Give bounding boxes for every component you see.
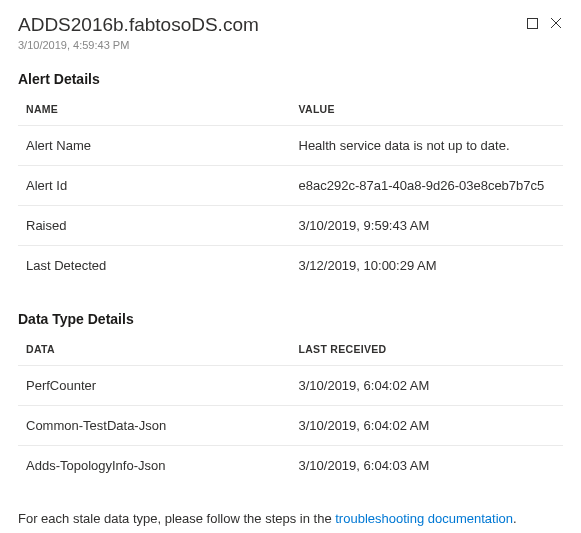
close-icon	[550, 17, 562, 29]
troubleshooting-link[interactable]: troubleshooting documentation	[335, 511, 513, 526]
footer-text-suffix: .	[513, 511, 517, 526]
cell-last-received: 3/10/2019, 6:04:02 AM	[291, 365, 564, 405]
table-row: Alert Id e8ac292c-87a1-40a8-9d26-03e8ceb…	[18, 165, 563, 205]
data-type-details-table: DATA LAST RECEIVED PerfCounter 3/10/2019…	[18, 333, 563, 485]
svg-rect-0	[527, 18, 537, 28]
data-type-details-section: Data Type Details DATA LAST RECEIVED Per…	[18, 311, 563, 485]
restore-icon	[527, 18, 538, 29]
cell-value: 3/12/2019, 10:00:29 AM	[291, 245, 564, 285]
cell-name: Alert Id	[18, 165, 291, 205]
column-header-data: DATA	[18, 333, 291, 366]
cell-name: Last Detected	[18, 245, 291, 285]
table-row: Adds-TopologyInfo-Json 3/10/2019, 6:04:0…	[18, 445, 563, 485]
alert-panel: ADDS2016b.fabtosoDS.com 3/10/2019, 4:59:…	[0, 0, 581, 533]
table-row: Raised 3/10/2019, 9:59:43 AM	[18, 205, 563, 245]
column-header-value: VALUE	[291, 93, 564, 126]
restore-button[interactable]	[525, 16, 539, 30]
close-button[interactable]	[549, 16, 563, 30]
alert-details-heading: Alert Details	[18, 71, 563, 87]
panel-timestamp: 3/10/2019, 4:59:43 PM	[18, 39, 563, 51]
cell-value: 3/10/2019, 9:59:43 AM	[291, 205, 564, 245]
cell-data: PerfCounter	[18, 365, 291, 405]
table-row: Last Detected 3/12/2019, 10:00:29 AM	[18, 245, 563, 285]
cell-name: Raised	[18, 205, 291, 245]
window-controls	[525, 16, 563, 30]
footer-note: For each stale data type, please follow …	[18, 511, 563, 526]
cell-last-received: 3/10/2019, 6:04:02 AM	[291, 405, 564, 445]
cell-data: Common-TestData-Json	[18, 405, 291, 445]
cell-data: Adds-TopologyInfo-Json	[18, 445, 291, 485]
cell-value: Health service data is not up to date.	[291, 125, 564, 165]
table-row: Common-TestData-Json 3/10/2019, 6:04:02 …	[18, 405, 563, 445]
column-header-name: NAME	[18, 93, 291, 126]
alert-details-table: NAME VALUE Alert Name Health service dat…	[18, 93, 563, 285]
alert-details-section: Alert Details NAME VALUE Alert Name Heal…	[18, 71, 563, 285]
data-type-details-heading: Data Type Details	[18, 311, 563, 327]
table-row: Alert Name Health service data is not up…	[18, 125, 563, 165]
footer-text-prefix: For each stale data type, please follow …	[18, 511, 335, 526]
cell-last-received: 3/10/2019, 6:04:03 AM	[291, 445, 564, 485]
cell-name: Alert Name	[18, 125, 291, 165]
table-row: PerfCounter 3/10/2019, 6:04:02 AM	[18, 365, 563, 405]
panel-title: ADDS2016b.fabtosoDS.com	[18, 14, 563, 37]
panel-header: ADDS2016b.fabtosoDS.com 3/10/2019, 4:59:…	[18, 14, 563, 51]
column-header-last-received: LAST RECEIVED	[291, 333, 564, 366]
cell-value: e8ac292c-87a1-40a8-9d26-03e8ceb7b7c5	[291, 165, 564, 205]
